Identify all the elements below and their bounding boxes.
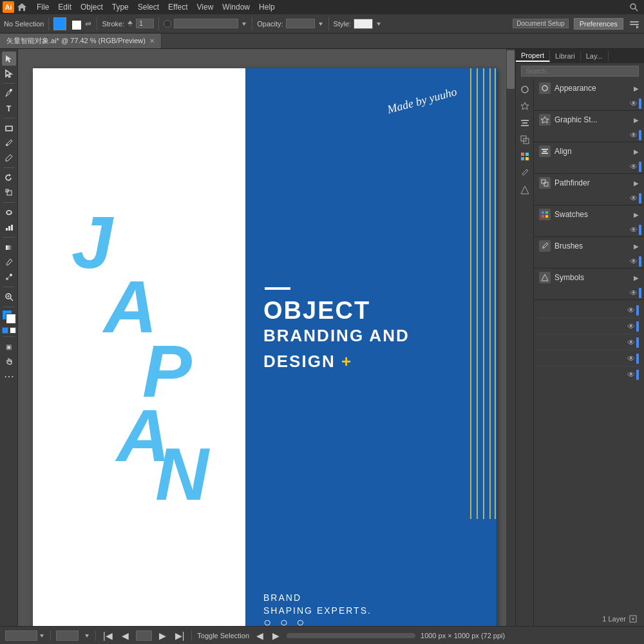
pathfinder-arrow: ▶ [634, 180, 639, 187]
pencil-tool[interactable] [2, 151, 16, 165]
layer-2-visibility[interactable]: 👁 [627, 322, 635, 331]
right-panel: Propert Librari Lay... [515, 49, 644, 626]
gradient-tool[interactable] [2, 240, 16, 254]
tab-libraries[interactable]: Librari [550, 51, 581, 61]
status-arrow-left[interactable]: ◀ [254, 630, 265, 641]
pathfinder-visibility-icon[interactable]: 👁 [630, 194, 638, 203]
more-options-icon[interactable] [629, 18, 640, 30]
angle-input[interactable]: 0° [56, 630, 79, 641]
style-arrow[interactable] [375, 21, 382, 27]
more-tools[interactable]: ⋯ [2, 369, 16, 383]
scrollbar-right[interactable] [506, 49, 515, 626]
nav-prev-button[interactable]: ◀ [120, 630, 131, 641]
menu-help[interactable]: Help [254, 1, 279, 13]
warp-tool[interactable] [2, 205, 16, 220]
menu-view[interactable]: View [193, 1, 218, 13]
symbols-visibility-icon[interactable]: 👁 [630, 289, 638, 298]
scrollbar-thumb[interactable] [507, 50, 515, 89]
status-arrow-right[interactable]: ▶ [270, 630, 281, 641]
layer-row-5: 👁 [536, 368, 641, 381]
section-pathfinder-header[interactable]: Pathfinder ▶ [534, 174, 644, 192]
opacity-arrow[interactable] [317, 21, 324, 27]
nav-first-button[interactable]: |◀ [101, 630, 115, 641]
opacity-input[interactable]: 100% [286, 19, 315, 28]
style-preview[interactable] [354, 19, 373, 29]
section-brushes-header[interactable]: Brushes ▶ [534, 237, 644, 255]
layer-3-visibility[interactable]: 👁 [627, 338, 635, 347]
blend-tool[interactable] [2, 270, 16, 284]
new-layer-icon[interactable] [629, 614, 638, 623]
color-fill[interactable] [2, 310, 16, 324]
touch-callig-input[interactable]: Touch Callig... [174, 19, 238, 28]
nav-next-button[interactable]: ▶ [157, 630, 168, 641]
panel-icon-brushes[interactable] [517, 166, 533, 181]
appearance-visibility-icon[interactable]: 👁 [630, 99, 638, 108]
scale-tool[interactable] [2, 185, 16, 200]
menu-window[interactable]: Window [218, 1, 254, 13]
bottom-scrollbar[interactable] [287, 633, 415, 638]
zoom-tool[interactable] [2, 290, 16, 304]
panel-icon-pathfinder[interactable] [517, 132, 533, 147]
layer-1-visibility[interactable]: 👁 [627, 306, 635, 315]
fill-small[interactable] [2, 327, 8, 334]
panel-icon-symbols[interactable] [517, 182, 533, 198]
graph-tool[interactable] [2, 220, 16, 234]
zoom-input[interactable]: 77.42% [5, 630, 37, 641]
tab-layers[interactable]: Lay... [581, 51, 609, 61]
touch-callig-arrow[interactable] [241, 21, 247, 27]
section-symbols-header[interactable]: Symbols ▶ [534, 269, 644, 287]
nav-last-button[interactable]: ▶| [173, 630, 187, 641]
stroke-small[interactable] [10, 327, 16, 334]
tool-sep-3 [3, 167, 15, 168]
panel-icon-graphic[interactable] [517, 99, 533, 114]
menu-file[interactable]: File [32, 1, 53, 13]
menu-select[interactable]: Select [133, 1, 164, 13]
menu-type[interactable]: Type [108, 1, 133, 13]
tab-close-button[interactable]: ✕ [149, 37, 155, 44]
panel-icon-appearance[interactable] [517, 82, 533, 97]
stroke-up-icon[interactable] [127, 19, 133, 29]
panel-icon-align[interactable] [517, 115, 533, 131]
section-align-header[interactable]: Align ▶ [534, 142, 644, 160]
zoom-arrow[interactable] [39, 632, 45, 639]
page-input[interactable]: 1 [136, 630, 152, 641]
file-tab[interactable]: 矢量智能对象.ai* @ 77.42 % (RGB/Preview) ✕ [0, 33, 162, 48]
rotate-tool[interactable] [2, 171, 16, 185]
eyedropper-tool[interactable] [2, 255, 16, 269]
layer-5-visibility[interactable]: 👁 [627, 370, 635, 379]
menu-edit[interactable]: Edit [53, 1, 76, 13]
hand-tool[interactable] [2, 354, 16, 368]
graphic-visibility-icon[interactable]: 👁 [630, 131, 638, 140]
document-setup-button[interactable]: Document Setup [513, 19, 569, 28]
menu-effect[interactable]: Effect [164, 1, 192, 13]
preferences-button[interactable]: Preferences [574, 18, 623, 30]
text-tool[interactable]: T [2, 101, 16, 115]
home-icon[interactable] [17, 2, 27, 12]
select-tool[interactable] [2, 52, 16, 66]
layer-4-visibility[interactable]: 👁 [627, 354, 635, 363]
angle-arrow[interactable] [84, 632, 90, 639]
stroke-swatch[interactable] [71, 20, 82, 30]
section-swatches-header[interactable]: Swatches ▶ [534, 205, 644, 223]
paintbrush-tool[interactable] [2, 136, 16, 150]
brushes-visibility-icon[interactable]: 👁 [630, 257, 638, 266]
stroke-color[interactable] [164, 20, 171, 28]
rectangle-tool[interactable] [2, 121, 16, 135]
menu-object[interactable]: Object [76, 1, 108, 13]
section-appearance-header[interactable]: Appearance ▶ [534, 79, 644, 97]
swatches-label: Swatches [554, 210, 630, 219]
pen-tool[interactable] [2, 86, 16, 100]
screen-mode-tool[interactable]: ▣ [2, 339, 16, 354]
tab-properties[interactable]: Propert [516, 50, 550, 62]
panel-search-input[interactable] [521, 66, 639, 77]
swatches-visibility-icon[interactable]: 👁 [630, 225, 638, 234]
stroke-input[interactable] [136, 19, 154, 28]
panel-icon-swatches[interactable] [517, 149, 533, 164]
direct-select-tool[interactable] [2, 66, 16, 80]
align-visibility-icon[interactable]: 👁 [630, 162, 638, 171]
swap-icon[interactable] [84, 20, 92, 28]
canvas-area[interactable]: J A P A N Made by yuuho [18, 49, 515, 626]
fill-swatch[interactable] [53, 17, 66, 30]
section-graphic-header[interactable]: Graphic St... ▶ [534, 111, 644, 129]
search-icon[interactable] [629, 2, 639, 12]
